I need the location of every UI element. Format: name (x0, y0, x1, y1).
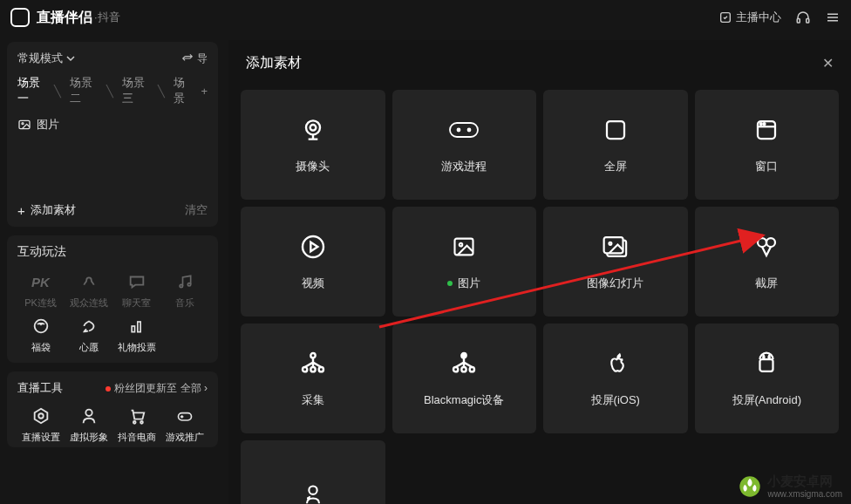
svg-point-15 (85, 410, 92, 416)
src-screenshot[interactable]: 截屏 (695, 207, 840, 317)
play-card: 互动玩法 PKPK连线 观众连线 聊天室 音乐 福袋 心愿 礼物投票 (7, 235, 218, 363)
svg-point-9 (187, 283, 190, 286)
svg-point-44 (470, 367, 474, 371)
svg-point-48 (309, 487, 317, 494)
svg-point-36 (766, 238, 775, 247)
app-logo (10, 8, 30, 27)
host-center-link[interactable]: 主播中心 (718, 10, 781, 25)
topbar: 直播伴侣 ·抖音 主播中心 (0, 0, 851, 35)
headset-icon[interactable] (795, 10, 811, 25)
mode-selector[interactable]: 常规模式 (17, 51, 75, 66)
svg-point-27 (760, 123, 762, 125)
src-camera[interactable]: 摄像头 (241, 90, 385, 200)
src-window[interactable]: 窗口 (695, 90, 840, 200)
svg-rect-21 (450, 123, 478, 137)
add-source-modal: 添加素材 ✕ 摄像头 游戏进程 全屏 窗口 视频 图片 (228, 40, 851, 504)
src-image[interactable]: 图片 (392, 207, 537, 317)
svg-point-10 (34, 320, 47, 333)
scene-tabs: 场景一╲ 场景二╲ 场景三╲ 场景 + (17, 75, 208, 106)
menu-icon[interactable] (825, 10, 841, 25)
close-icon[interactable]: ✕ (822, 55, 834, 72)
svg-point-37 (310, 353, 315, 358)
tool-game[interactable]: 游戏推广 (161, 405, 208, 444)
svg-point-42 (453, 367, 458, 371)
clear-assets[interactable]: 清空 (185, 202, 208, 218)
add-scene[interactable]: + (201, 85, 208, 98)
scene-tab-4[interactable]: 场景 (174, 75, 192, 106)
tool-settings[interactable]: 直播设置 (17, 405, 64, 444)
play-pk[interactable]: PKPK连线 (17, 270, 64, 310)
svg-rect-18 (178, 413, 191, 420)
src-game[interactable]: 游戏进程 (392, 90, 537, 200)
svg-rect-30 (455, 239, 473, 255)
svg-rect-1 (797, 19, 800, 24)
tool-shop[interactable]: 抖音电商 (113, 405, 160, 444)
play-wish[interactable]: 心愿 (65, 315, 112, 354)
swap-button[interactable]: 导 (181, 51, 208, 66)
svg-point-14 (38, 413, 44, 419)
svg-rect-2 (807, 19, 809, 24)
svg-rect-11 (132, 326, 134, 332)
add-asset-button[interactable]: +添加素材 (17, 202, 76, 218)
scene-tab-3[interactable]: 场景三 (122, 75, 150, 106)
svg-point-29 (303, 236, 323, 257)
play-chat[interactable]: 聊天室 (113, 270, 160, 310)
svg-point-16 (133, 421, 135, 424)
svg-point-35 (758, 238, 766, 247)
svg-point-8 (180, 284, 182, 287)
src-capture[interactable]: 采集 (241, 324, 385, 433)
app-title: 直播伴侣 (37, 9, 92, 27)
svg-point-19 (306, 120, 320, 134)
src-blackmagic[interactable]: Blackmagic设备 (392, 324, 537, 433)
svg-rect-33 (603, 237, 623, 253)
modal-title: 添加素材 (246, 54, 302, 72)
tools-card: 直播工具 粉丝团更新至 全部 › 直播设置 虚拟形象 抖音电商 游戏推广 (7, 371, 218, 447)
green-dot (447, 281, 453, 286)
src-video[interactable]: 视频 (241, 207, 385, 317)
svg-rect-12 (137, 322, 140, 332)
svg-point-46 (763, 357, 765, 358)
svg-point-17 (140, 421, 143, 424)
src-slideshow[interactable]: 图像幻灯片 (543, 207, 688, 317)
svg-point-23 (468, 129, 471, 132)
svg-rect-24 (607, 121, 624, 139)
svg-point-20 (310, 125, 316, 131)
play-music[interactable]: 音乐 (161, 270, 208, 310)
svg-point-7 (22, 123, 24, 125)
play-vote[interactable]: 礼物投票 (113, 315, 160, 354)
play-title: 互动玩法 (17, 244, 208, 260)
tools-title: 直播工具 (17, 380, 63, 396)
source-grid: 摄像头 游戏进程 全屏 窗口 视频 图片 图像幻灯片 截屏 (228, 83, 851, 504)
scene-tab-2[interactable]: 场景二 (70, 75, 98, 106)
src-fullscreen[interactable]: 全屏 (543, 90, 688, 200)
svg-rect-45 (760, 359, 773, 371)
image-icon (17, 118, 31, 132)
svg-point-40 (318, 367, 323, 371)
scene-tab-1[interactable]: 场景一 (17, 75, 45, 106)
src-extra[interactable] (241, 440, 385, 504)
tool-avatar[interactable]: 虚拟形象 (65, 405, 112, 444)
svg-point-41 (462, 353, 466, 358)
sidebar: 常规模式 导 场景一╲ 场景二╲ 场景三╲ 场景 + 图片 (0, 35, 225, 504)
svg-point-47 (769, 357, 771, 358)
svg-marker-13 (34, 409, 47, 424)
svg-point-28 (764, 123, 766, 125)
src-ios[interactable]: 投屏(iOS) (543, 324, 688, 433)
watermark: 小麦安卓网 www.xmsigma.com (738, 474, 842, 499)
play-audience[interactable]: 观众连线 (65, 270, 112, 310)
layer-image[interactable]: 图片 (17, 117, 208, 133)
svg-point-31 (460, 243, 463, 247)
svg-point-43 (462, 367, 466, 371)
tools-note[interactable]: 粉丝团更新至 全部 › (106, 381, 208, 396)
chevron-down-icon (66, 54, 75, 63)
svg-point-39 (310, 367, 315, 371)
app-subtitle: ·抖音 (94, 10, 120, 25)
src-android[interactable]: 投屏(Android) (695, 324, 840, 433)
svg-point-38 (303, 367, 307, 371)
svg-point-22 (458, 129, 460, 132)
play-bag[interactable]: 福袋 (17, 315, 64, 354)
scene-card: 常规模式 导 场景一╲ 场景二╲ 场景三╲ 场景 + 图片 (7, 42, 218, 227)
